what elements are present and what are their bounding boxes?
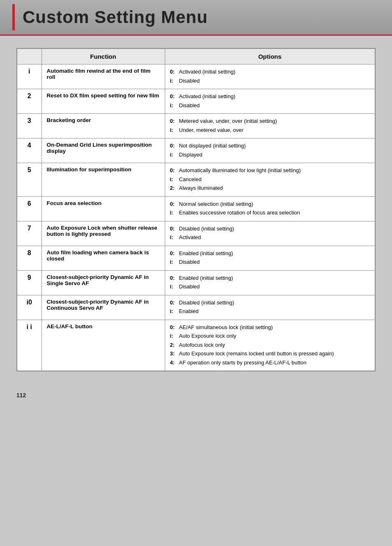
row-options: 0:Not displayed (initial setting)i:Displ… — [165, 138, 375, 163]
row-options: 0:Automatically illuminated for low ligh… — [165, 163, 375, 197]
row-function: Illumination for superimposition — [42, 163, 165, 197]
option-line: 0:Disabled (initial setting) — [170, 225, 370, 233]
table-wrapper: Function Options iAutomatic film rewind … — [16, 48, 376, 371]
table-row: 5Illumination for superimposition0:Autom… — [17, 163, 375, 197]
header-num — [17, 48, 42, 65]
row-number: 2 — [17, 89, 42, 114]
option-symbol: i: — [170, 233, 178, 242]
row-function: Auto Exposure Lock when shutter release … — [42, 221, 165, 246]
table-row: 2Reset to DX film speed setting for new … — [17, 89, 375, 114]
option-text: AE/AF simultaneous lock (initial setting… — [179, 323, 273, 332]
row-options: 0:Normal selection (initial setting)i:En… — [165, 196, 375, 221]
table-row: i0Closest-subject-priority Dynamic AF in… — [17, 295, 375, 320]
option-symbol: i: — [170, 101, 178, 110]
option-symbol: 2: — [170, 184, 178, 192]
row-function: Auto film loading when camera back is cl… — [42, 246, 165, 270]
option-line: i:Disabled — [170, 283, 370, 291]
option-line: i:Auto Exposure lock only — [170, 332, 370, 340]
page-header: Custom Setting Menu — [0, 0, 392, 36]
option-text: Disabled — [179, 258, 200, 266]
page-number: 112 — [16, 392, 26, 399]
row-number: 5 — [17, 163, 42, 197]
option-symbol: i: — [170, 77, 178, 85]
option-text: Metered value, under, over (initial sett… — [179, 117, 277, 125]
option-line: i:Displayed — [170, 151, 370, 159]
row-function: Focus area selection — [42, 196, 165, 221]
function-label: On-Demand Grid Lines superimposition dis… — [47, 142, 152, 154]
option-symbol: 0: — [170, 249, 178, 258]
row-function: On-Demand Grid Lines superimposition dis… — [42, 138, 165, 163]
row-number: 6 — [17, 196, 42, 221]
row-options: 0:Enabled (initial setting)i:Disabled — [165, 246, 375, 270]
option-line: i:Canceled — [170, 175, 370, 184]
table-row: 9Closest-subject-priority Dynamic AF in … — [17, 270, 375, 295]
row-options: 0:Activated (initial setting)i:Disabled — [165, 65, 375, 89]
option-text: Normal selection (initial setting) — [179, 200, 254, 208]
option-line: 0:Not displayed (initial setting) — [170, 142, 370, 150]
option-line: 2:Always illuminated — [170, 184, 370, 192]
row-number: 8 — [17, 246, 42, 270]
option-text: Not displayed (initial setting) — [179, 142, 246, 150]
page-title: Custom Setting Menu — [23, 7, 208, 27]
option-text: Disabled — [179, 77, 200, 85]
option-text: Displayed — [179, 151, 203, 159]
function-label: Closest-subject-priority Dynamic AF in S… — [47, 274, 149, 286]
function-label: Reset to DX film speed setting for new f… — [47, 92, 159, 99]
option-text: Disabled (initial setting) — [179, 299, 234, 307]
option-text: Enables successive rotation of focus are… — [179, 209, 300, 217]
header-options: Options — [165, 48, 375, 65]
option-text: Disabled — [179, 283, 200, 291]
option-symbol: i: — [170, 307, 178, 316]
option-symbol: i: — [170, 332, 178, 340]
option-text: Under, metered value, over — [179, 126, 244, 134]
option-line: i:Enabled — [170, 307, 370, 316]
option-symbol: 0: — [170, 166, 178, 175]
option-line: 0:Activated (initial setting) — [170, 68, 370, 76]
option-line: i:Activated — [170, 233, 370, 242]
function-label: Illumination for superimposition — [47, 166, 131, 173]
option-line: 2:Autofocus lock only — [170, 341, 370, 349]
option-text: Activated — [179, 233, 201, 242]
option-line: 3:Auto Exposure lock (remains locked unt… — [170, 350, 370, 358]
function-label: Automatic film rewind at the end of film… — [47, 68, 151, 80]
row-options: 0:Disabled (initial setting)i:Activated — [165, 221, 375, 246]
option-symbol: 0: — [170, 200, 178, 208]
settings-table: Function Options iAutomatic film rewind … — [16, 48, 376, 371]
option-symbol: i: — [170, 283, 178, 291]
option-symbol: 2: — [170, 341, 178, 349]
option-line: 0:Enabled (initial setting) — [170, 249, 370, 258]
option-line: i:Under, metered value, over — [170, 126, 370, 134]
option-text: Enabled (initial setting) — [179, 249, 233, 258]
page-footer: 112 — [0, 384, 392, 407]
option-text: Enabled — [179, 307, 199, 316]
option-line: 0:Disabled (initial setting) — [170, 299, 370, 307]
option-symbol: i: — [170, 126, 178, 134]
option-line: i:Disabled — [170, 77, 370, 85]
row-number: 3 — [17, 114, 42, 138]
option-text: Auto Exposure lock only — [179, 332, 236, 340]
option-line: 0:Activated (initial setting) — [170, 92, 370, 101]
row-number: 4 — [17, 138, 42, 163]
table-row: 6Focus area selection0:Normal selection … — [17, 196, 375, 221]
row-options: 0:Disabled (initial setting)i:Enabled — [165, 295, 375, 320]
table-header-row: Function Options — [17, 48, 375, 65]
option-symbol: 0: — [170, 323, 178, 332]
option-symbol: 0: — [170, 142, 178, 150]
option-symbol: 0: — [170, 274, 178, 282]
row-function: Reset to DX film speed setting for new f… — [42, 89, 165, 114]
option-line: i:Disabled — [170, 101, 370, 110]
option-line: 0:Metered value, under, over (initial se… — [170, 117, 370, 125]
row-function: Closest-subject-priority Dynamic AF in S… — [42, 270, 165, 295]
option-symbol: i: — [170, 209, 178, 217]
table-row: i iAE-L/AF-L button0:AE/AF simultaneous … — [17, 320, 375, 371]
row-number: i0 — [17, 295, 42, 320]
option-line: 0:Automatically illuminated for low ligh… — [170, 166, 370, 175]
function-label: Auto Exposure Lock when shutter release … — [47, 225, 157, 237]
row-number: i — [17, 65, 42, 89]
function-label: Auto film loading when camera back is cl… — [47, 249, 149, 262]
option-line: i:Enables successive rotation of focus a… — [170, 209, 370, 217]
table-row: 4On-Demand Grid Lines superimposition di… — [17, 138, 375, 163]
row-options: 0:Metered value, under, over (initial se… — [165, 114, 375, 138]
option-symbol: i: — [170, 175, 178, 184]
option-text: Activated (initial setting) — [179, 68, 235, 76]
